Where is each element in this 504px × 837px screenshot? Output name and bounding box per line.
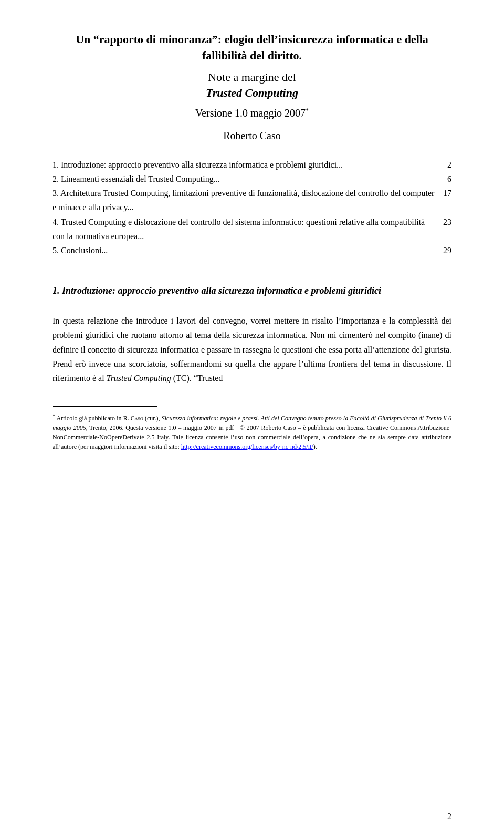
section1-heading: 1. Introduzione: approccio preventivo al… [52,284,452,298]
footnote-divider [52,406,158,407]
toc-item-page: 17 [436,186,452,214]
toc-item-text: 3. Architettura Trusted Computing, limit… [52,186,436,214]
subtitle: Note a margine del Trusted Computing [52,69,452,102]
toc-item-text: 5. Conclusioni... [52,243,436,257]
trusted-computing-ref: Trusted Computing [107,374,171,383]
toc-item: 5. Conclusioni...29 [52,243,452,257]
page-number: 2 [447,812,452,821]
toc-item-page: 2 [436,158,452,172]
toc-item: 4. Trusted Computing e dislocazione del … [52,215,452,243]
main-title: Un “rapporto di minoranza”: elogio dell’… [52,32,452,64]
toc-item: 1. Introduzione: approccio preventivo al… [52,158,452,172]
footnote-mark: * [52,413,55,419]
toc-item: 2. Lineamenti essenziali del Trusted Com… [52,172,452,186]
creative-commons-link[interactable]: http://creativecommons.org/licenses/by-n… [181,443,313,450]
toc-item-text: 4. Trusted Computing e dislocazione del … [52,215,436,243]
toc-item: 3. Architettura Trusted Computing, limit… [52,186,452,214]
footnote-book-title: Sicurezza informatica: regole e prassi. … [52,415,452,431]
toc-item-page: 23 [436,215,452,243]
footnote-author-smallcaps: Caso [131,415,143,422]
footnote-block: * Articolo già pubblicato in R. Caso (cu… [52,412,452,451]
version-label: Versione 1.0 maggio 2007 [195,107,306,119]
subtitle-prefix: Note a margine del [208,70,296,84]
title-block: Un “rapporto di minoranza”: elogio dell’… [52,32,452,142]
toc-item-text: 1. Introduzione: approccio preventivo al… [52,158,436,172]
toc-item-page: 6 [436,172,452,186]
version-sup: * [306,107,309,114]
table-of-contents: 1. Introduzione: approccio preventivo al… [52,158,452,257]
subtitle-tc: Trusted Computing [206,86,298,99]
toc-item-text: 2. Lineamenti essenziali del Trusted Com… [52,172,436,186]
version-line: Versione 1.0 maggio 2007* [52,107,452,119]
body-paragraph-1: In questa relazione che introduce i lavo… [52,314,452,385]
author-line: Roberto Caso [52,130,452,142]
toc-item-page: 29 [436,243,452,257]
page: Un “rapporto di minoranza”: elogio dell’… [0,0,504,837]
